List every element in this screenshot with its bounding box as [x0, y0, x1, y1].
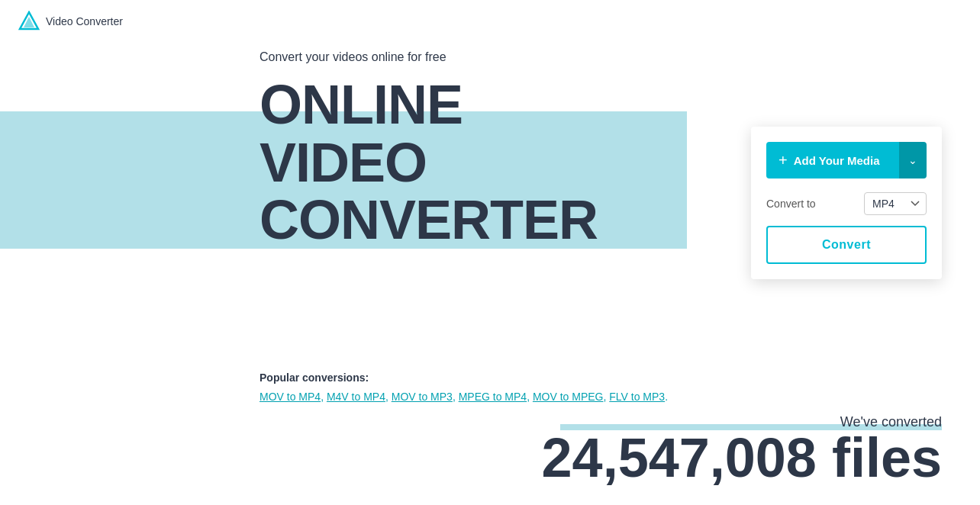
navbar: Video Converter	[0, 0, 980, 43]
popular-link-mov-mp4[interactable]: MOV to MP4	[260, 391, 321, 403]
stats-number-container: 24,547,008 files	[542, 433, 942, 485]
popular-link-m4v-mp4[interactable]: M4V to MP4	[327, 391, 385, 403]
plus-icon: +	[779, 153, 788, 168]
popular-label: Popular conversions:	[260, 372, 668, 384]
hero-title-line3: CONVERTER	[260, 189, 598, 250]
convert-button[interactable]: Convert	[766, 226, 927, 264]
format-select[interactable]: MP4 MP3 MOV AVI MKV WMV MPEG	[864, 192, 927, 215]
chevron-down-icon: ⌄	[908, 154, 917, 166]
tagline: Convert your videos online for free	[260, 50, 668, 64]
stats-section: We've converted 24,547,008 files	[492, 414, 980, 485]
hero-title: ONLINE VIDEO CONVERTER	[260, 76, 668, 249]
popular-link-mov-mpeg[interactable]: MOV to MPEG	[533, 391, 604, 403]
logo-icon	[18, 11, 40, 32]
stats-unit: files	[832, 427, 942, 488]
convert-to-row: Convert to MP4 MP3 MOV AVI MKV WMV MPEG	[766, 192, 927, 215]
stats-count: 24,547,008	[542, 427, 817, 488]
add-media-row: + Add Your Media ⌄	[766, 142, 927, 179]
add-media-label: Add Your Media	[794, 154, 880, 167]
converter-card: + Add Your Media ⌄ Convert to MP4 MP3 MO…	[751, 127, 942, 279]
add-media-dropdown-button[interactable]: ⌄	[899, 142, 927, 179]
popular-link-mpeg-mp4[interactable]: MPEG to MP4	[459, 391, 527, 403]
popular-conversions: Popular conversions: MOV to MP4, M4V to …	[260, 372, 668, 405]
popular-link-mov-mp3[interactable]: MOV to MP3	[392, 391, 453, 403]
popular-links: MOV to MP4, M4V to MP4, MOV to MP3, MPEG…	[260, 388, 668, 405]
logo[interactable]: Video Converter	[18, 11, 123, 32]
hero-content: Convert your videos online for free ONLI…	[260, 50, 668, 405]
logo-text: Video Converter	[46, 15, 123, 27]
stats-number: 24,547,008 files	[542, 427, 942, 488]
convert-to-label: Convert to	[766, 198, 816, 210]
popular-link-flv-mp3[interactable]: FLV to MP3	[609, 391, 665, 403]
add-media-button[interactable]: + Add Your Media	[766, 142, 899, 179]
hero-title-line1: ONLINE	[260, 74, 463, 135]
hero-section: Convert your videos online for free ONLI…	[0, 43, 980, 485]
hero-title-line2: VIDEO	[260, 132, 427, 193]
